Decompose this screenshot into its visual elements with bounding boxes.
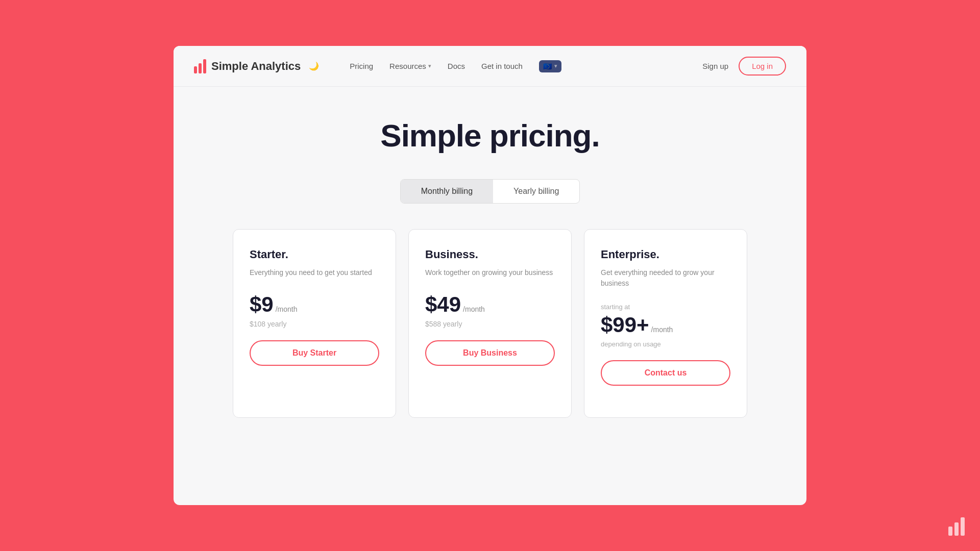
moon-icon: 🌙 (309, 61, 319, 71)
enterprise-plan-description: Get everything needed to grow your busin… (601, 267, 730, 289)
business-card: Business. Work together on growing your … (408, 229, 572, 418)
buy-starter-button[interactable]: Buy Starter (250, 340, 379, 366)
starter-yearly-price: $108 yearly (250, 320, 379, 328)
nav-links: Pricing Resources ▾ Docs Get in touch 🇪🇺… (350, 60, 702, 72)
starter-price-row: $9 /month (250, 292, 379, 317)
billing-toggle: Monthly billing Yearly billing (400, 179, 580, 204)
logo-icon (194, 59, 206, 73)
starter-plan-description: Everything you need to get you started (250, 267, 379, 278)
sign-up-button[interactable]: Sign up (702, 62, 728, 70)
nav-resources[interactable]: Resources ▾ (389, 62, 431, 70)
enterprise-price-row: $99+ /month (601, 313, 730, 337)
nav-pricing[interactable]: Pricing (350, 62, 373, 70)
log-in-button[interactable]: Log in (739, 57, 786, 76)
enterprise-period: /month (651, 325, 673, 334)
enterprise-plan-name: Enterprise. (601, 248, 730, 261)
logo-text: Simple Analytics (211, 60, 301, 73)
starter-period: /month (276, 305, 298, 313)
chart-bar-2 (954, 522, 959, 536)
logo-bar-3 (203, 59, 206, 73)
yearly-billing-button[interactable]: Yearly billing (493, 180, 579, 203)
enterprise-price: $99+ (601, 313, 649, 337)
chart-bar-3 (961, 517, 965, 536)
eu-flag-icon: 🇪🇺 (543, 62, 552, 70)
chart-bar-1 (948, 527, 952, 536)
contact-us-button[interactable]: Contact us (601, 360, 730, 386)
starter-card: Starter. Everything you need to get you … (233, 229, 396, 418)
outer-wrapper: Simple Analytics 🌙 Pricing Resources ▾ D… (0, 0, 980, 551)
navbar: Simple Analytics 🌙 Pricing Resources ▾ D… (174, 46, 806, 87)
business-plan-name: Business. (425, 248, 555, 261)
enterprise-starting-at: starting at (601, 303, 730, 311)
business-plan-description: Work together on growing your business (425, 267, 555, 278)
eu-badge[interactable]: 🇪🇺 ▾ (539, 60, 561, 72)
monthly-billing-button[interactable]: Monthly billing (401, 180, 493, 203)
content-area: Simple pricing. Monthly billing Yearly b… (174, 87, 806, 418)
starter-plan-name: Starter. (250, 248, 379, 261)
nav-actions: Sign up Log in (702, 57, 786, 76)
logo-bar-1 (194, 66, 197, 73)
bottom-right-chart-icon (948, 517, 965, 536)
enterprise-depending: depending on usage (601, 340, 730, 348)
enterprise-card: Enterprise. Get everything needed to gro… (584, 229, 747, 418)
business-period: /month (463, 305, 485, 313)
pricing-cards: Starter. Everything you need to get you … (212, 229, 768, 418)
chevron-down-icon: ▾ (428, 63, 431, 69)
buy-business-button[interactable]: Buy Business (425, 340, 555, 366)
business-price: $49 (425, 292, 461, 317)
page-title: Simple pricing. (380, 117, 599, 154)
business-yearly-price: $588 yearly (425, 320, 555, 328)
business-price-row: $49 /month (425, 292, 555, 317)
nav-docs[interactable]: Docs (448, 62, 465, 70)
eu-chevron-icon: ▾ (554, 63, 557, 69)
logo-area[interactable]: Simple Analytics 🌙 (194, 59, 319, 73)
logo-bar-2 (199, 63, 202, 73)
nav-get-in-touch[interactable]: Get in touch (481, 62, 523, 70)
starter-price: $9 (250, 292, 274, 317)
main-card: Simple Analytics 🌙 Pricing Resources ▾ D… (174, 46, 806, 505)
